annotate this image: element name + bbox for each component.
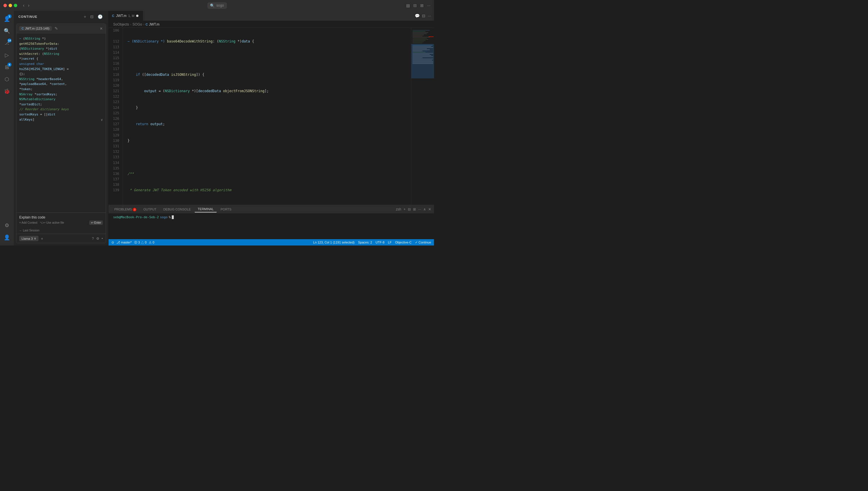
activity-account[interactable]: 👤 xyxy=(1,232,12,243)
add-context-button[interactable]: + Add Context xyxy=(19,221,37,224)
svg-rect-15 xyxy=(412,46,431,47)
tab-debug-console[interactable]: DEBUG CONSOLE xyxy=(160,206,194,212)
terminal-chevron-up-icon[interactable]: ∧ xyxy=(423,207,426,211)
tab-actions: 💬 ⊟ ··· xyxy=(415,11,434,21)
add-model-button[interactable]: + xyxy=(41,236,43,241)
editor-tab-jwt[interactable]: C JWT.m 1, M xyxy=(109,11,143,21)
file-badge-range: (123-148) xyxy=(36,27,50,30)
help-icon[interactable]: ? xyxy=(92,237,94,241)
minimize-button[interactable] xyxy=(9,4,12,7)
use-active-file-button[interactable]: ⌥↩ Use active file xyxy=(40,221,64,224)
layout-chat-button[interactable]: ⊟ xyxy=(89,14,95,20)
status-bar: ⊙ ⎇ master* ⓪ 3 △ 0 ⚠ 0 Ln 123, Col 1 (1… xyxy=(109,239,434,246)
close-file-button[interactable]: ✕ xyxy=(100,26,103,31)
chat-panel: C JWT.m (123-148) ✎ ✕ − (NSString *) get… xyxy=(16,24,106,243)
terminal-panel: PROBLEMS3 OUTPUT DEBUG CONSOLE TERMINAL … xyxy=(109,205,434,239)
tab-line-col: 1, M xyxy=(128,14,135,18)
terminal-tab-actions: zsh + ⊟ ⊞ ··· ∧ ✕ xyxy=(396,207,431,211)
tab-terminal[interactable]: TERMINAL xyxy=(195,206,216,212)
spaces-label: Spaces: 2 xyxy=(358,241,372,244)
close-button[interactable] xyxy=(3,4,7,7)
code-line-117 xyxy=(127,154,406,160)
status-spaces[interactable]: Spaces: 2 xyxy=(358,241,372,244)
breadcrumb-c-icon: C xyxy=(146,23,148,26)
new-chat-button[interactable]: + xyxy=(83,14,87,20)
activity-source-control[interactable]: ⎇ 14 xyxy=(1,37,12,49)
breadcrumb-item-1[interactable]: SoObjects xyxy=(113,22,129,26)
status-branch[interactable]: ⎇ master* xyxy=(116,241,132,244)
model-chevron-icon: ∨ xyxy=(34,237,36,240)
fullscreen-button[interactable] xyxy=(14,4,17,7)
status-line-ending[interactable]: LF xyxy=(388,241,392,244)
status-encoding[interactable]: UTF-8 xyxy=(375,241,384,244)
terminal-path: sogo xyxy=(160,215,168,219)
status-warnings[interactable]: ⚠ 0 xyxy=(149,241,154,244)
activity-avatar[interactable]: 👤 1 xyxy=(1,13,12,25)
terminal-user: seb@MacBook-Pro-de-Seb-2 xyxy=(113,215,159,219)
terminal-layout-icon[interactable]: ⊞ xyxy=(413,207,416,211)
code-line-blank1 xyxy=(127,55,406,61)
activity-extensions[interactable]: ⊞ 4 xyxy=(1,61,12,73)
code-line-116: } xyxy=(127,138,406,144)
last-session-label: ← Last Session xyxy=(19,229,39,232)
branch-name: master* xyxy=(121,241,132,244)
svg-rect-30 xyxy=(412,63,433,64)
status-continue[interactable]: ✓ Continue xyxy=(415,241,431,244)
shell-name: zsh xyxy=(396,207,401,211)
activity-settings[interactable]: ⚙ xyxy=(1,220,12,231)
model-icons: ? ⚙ • xyxy=(92,237,103,241)
more-icon[interactable]: ··· xyxy=(427,3,431,8)
code-editor[interactable]: 106 112 113 114 115 116 117 118 119 120 … xyxy=(109,28,411,205)
terminal-more-icon[interactable]: ··· xyxy=(418,207,421,211)
extensions-badge: 4 xyxy=(7,63,11,67)
minimap xyxy=(411,28,434,205)
tab-ports[interactable]: PORTS xyxy=(218,206,234,212)
layout-icon-3[interactable]: ⊞ xyxy=(420,3,424,8)
settings-icon[interactable]: ⚙ xyxy=(96,237,99,241)
edit-file-button[interactable]: ✎ xyxy=(53,26,59,31)
back-arrow[interactable]: ‹ xyxy=(22,2,26,9)
svg-rect-5 xyxy=(412,35,424,35)
activity-run[interactable]: ▷ xyxy=(1,49,12,61)
position-label: Ln 123, Col 1 (1191 selected) xyxy=(313,241,354,244)
svg-rect-8 xyxy=(412,38,427,38)
history-button[interactable]: 🕐 xyxy=(96,14,104,20)
add-terminal-icon[interactable]: + xyxy=(404,207,406,211)
forward-arrow[interactable]: › xyxy=(27,2,30,9)
encoding-label: UTF-8 xyxy=(375,241,384,244)
c-file-icon: C xyxy=(22,27,24,30)
source-control-badge: 14 xyxy=(7,38,11,42)
layout-icon-2[interactable]: ⊟ xyxy=(413,3,417,8)
svg-rect-14 xyxy=(412,45,433,46)
search-bar[interactable]: 🔍 sogo xyxy=(207,2,227,9)
activity-debug[interactable]: 🐞 xyxy=(1,86,12,97)
tab-modified-dot xyxy=(136,15,139,17)
status-position[interactable]: Ln 123, Col 1 (1191 selected) xyxy=(313,241,354,244)
activity-search[interactable]: 🔍 xyxy=(1,25,12,37)
expand-code-button[interactable]: ∨ xyxy=(101,117,103,123)
code-line-106: − (NSDictionary *) base64DecodeWithStrin… xyxy=(127,39,406,44)
terminal-tab-bar: PROBLEMS3 OUTPUT DEBUG CONSOLE TERMINAL … xyxy=(109,205,434,213)
breadcrumb-item-2[interactable]: SOGo xyxy=(133,22,142,26)
enter-button[interactable]: ↩ Enter xyxy=(89,221,103,225)
chat-input[interactable] xyxy=(19,215,103,220)
sync-label: ⓪ 3 △ 0 xyxy=(134,240,146,244)
sidebar-header: CONTINUE + ⊟ 🕐 xyxy=(14,11,108,22)
model-selector[interactable]: Llama 3 ∨ xyxy=(19,236,38,241)
more-tabs-icon[interactable]: ··· xyxy=(428,13,431,18)
svg-rect-29 xyxy=(412,62,433,63)
split-editor-icon[interactable]: ⊟ xyxy=(422,13,425,18)
code-line-118: /** xyxy=(127,171,406,177)
tab-problems[interactable]: PROBLEMS3 xyxy=(111,206,139,212)
layout-icon-1[interactable]: ▤ xyxy=(406,3,410,8)
breadcrumb-current[interactable]: JWT.m xyxy=(149,22,160,26)
tab-output[interactable]: OUTPUT xyxy=(141,206,159,212)
split-terminal-icon[interactable]: ⊟ xyxy=(408,207,411,211)
terminal-close-icon[interactable]: ✕ xyxy=(428,207,431,211)
inline-chat-icon[interactable]: 💬 xyxy=(415,13,419,18)
svg-rect-12 xyxy=(412,43,423,43)
status-language[interactable]: Objective-C xyxy=(395,241,411,244)
status-remote[interactable]: ⊙ xyxy=(111,241,114,244)
status-sync[interactable]: ⓪ 3 △ 0 xyxy=(134,240,146,244)
activity-continue[interactable]: ⬡ xyxy=(1,74,12,85)
